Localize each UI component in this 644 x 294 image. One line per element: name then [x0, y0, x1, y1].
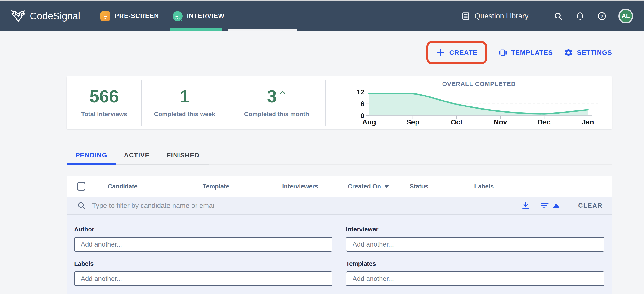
stat-label: Total Interviews: [81, 110, 128, 118]
svg-text:12: 12: [357, 88, 364, 96]
pre-screen-icon: [100, 11, 110, 21]
filter-search-row: CLEAR: [66, 197, 612, 215]
column-status[interactable]: Status: [410, 183, 474, 190]
tab-pending[interactable]: PENDING: [66, 146, 116, 165]
stats-card: 566 Total Interviews 1 Completed this we…: [66, 76, 612, 129]
logo-text: CodeSignal: [30, 11, 80, 22]
stat-completed-week: 1 Completed this week: [142, 76, 227, 129]
overall-completed-chart: OVERALL COMPLETED 0612AugSepOctNovDecJan: [346, 76, 612, 129]
filter-field-author: Author: [74, 226, 332, 252]
settings-label: SETTINGS: [577, 49, 612, 56]
candidate-filter-input[interactable]: [92, 202, 521, 210]
tabs-track-segment: [116, 164, 209, 165]
navbar-right: Question Library ? AL: [461, 9, 633, 24]
stat-value: 1: [180, 88, 190, 105]
trend-up-icon: [279, 89, 286, 96]
create-button[interactable]: CREATE: [436, 48, 477, 57]
stat-total-interviews: 566 Total Interviews: [66, 76, 142, 129]
filter-field-interviewer: Interviewer: [346, 226, 604, 252]
field-label: Interviewer: [346, 226, 604, 233]
active-tab-underline: [170, 29, 222, 31]
stat-label: Completed this month: [244, 110, 309, 118]
area-chart: 0612AugSepOctNovDecJan: [346, 76, 612, 129]
svg-text:Aug: Aug: [362, 118, 376, 126]
column-labels[interactable]: Labels: [474, 183, 612, 190]
select-all-checkbox[interactable]: [77, 182, 86, 191]
templates-label: TEMPLATES: [511, 49, 553, 56]
question-library-icon: [461, 11, 470, 21]
search-icon: [554, 11, 563, 21]
question-library-button[interactable]: Question Library: [461, 11, 528, 21]
actions-row: CREATE TEMPLATES SETTINGS: [66, 40, 612, 65]
list-tabs: PENDING ACTIVE FINISHED: [66, 146, 612, 165]
navbar-divider: [542, 11, 542, 22]
search-button[interactable]: [553, 11, 564, 21]
download-button[interactable]: [521, 201, 530, 210]
stat-label: Completed this week: [154, 110, 215, 118]
labels-filter-input[interactable]: [74, 271, 332, 286]
filter-field-templates: Templates: [346, 260, 604, 286]
tab-active[interactable]: ACTIVE: [116, 146, 158, 165]
select-all-cell: [66, 182, 108, 191]
svg-text:Dec: Dec: [538, 118, 551, 126]
settings-button[interactable]: SETTINGS: [564, 48, 612, 57]
interviewer-filter-input[interactable]: [346, 237, 604, 252]
templates-icon: [498, 48, 508, 57]
logo[interactable]: CodeSignal: [11, 10, 80, 23]
svg-text:Sep: Sep: [406, 118, 419, 126]
search-icon: [77, 201, 86, 210]
author-filter-input[interactable]: [74, 237, 332, 252]
column-candidate[interactable]: Candidate: [108, 183, 203, 190]
page: CodeSignal PRE-SCREEN INTERVIEW: [0, 0, 644, 294]
stat-completed-month: 3 Completed this month: [227, 76, 326, 129]
filter-fields-grid: Author Interviewer Labels Templates: [74, 226, 604, 286]
help-icon: ?: [597, 11, 606, 21]
bell-icon: [575, 11, 585, 21]
help-button[interactable]: ?: [597, 11, 607, 21]
interview-icon: [172, 11, 182, 21]
sort-ascending-icon: [552, 203, 560, 208]
nav-item-label: INTERVIEW: [187, 12, 224, 20]
stat-value: 3: [267, 88, 286, 105]
field-label: Templates: [346, 260, 604, 267]
sort-caret-down-icon: [384, 185, 389, 188]
avatar[interactable]: AL: [618, 9, 633, 24]
tab-finished[interactable]: FINISHED: [158, 146, 209, 165]
codesignal-logo-icon: [11, 10, 26, 23]
templates-filter-input[interactable]: [346, 271, 604, 286]
clear-filters-button[interactable]: CLEAR: [578, 202, 602, 209]
product-nav: PRE-SCREEN INTERVIEW: [100, 1, 238, 31]
svg-text:Nov: Nov: [494, 118, 507, 126]
svg-text:Oct: Oct: [451, 118, 463, 126]
filter-field-labels: Labels: [74, 260, 332, 286]
column-interviewers[interactable]: Interviewers: [282, 183, 348, 190]
column-created-on[interactable]: Created On: [348, 183, 410, 190]
notifications-button[interactable]: [575, 11, 585, 21]
filter-lines-icon: [540, 201, 549, 210]
tab-underline-ghost: [228, 29, 297, 31]
nav-item-interview[interactable]: INTERVIEW: [172, 1, 224, 31]
nav-item-label: PRE-SCREEN: [114, 12, 159, 20]
download-icon: [521, 201, 530, 210]
plus-icon: [436, 48, 445, 57]
create-label: CREATE: [449, 49, 477, 56]
svg-text:6: 6: [360, 100, 364, 108]
field-label: Author: [74, 226, 332, 233]
field-label: Labels: [74, 260, 332, 267]
svg-text:?: ?: [600, 14, 603, 19]
create-annotation-highlight: CREATE: [426, 41, 487, 64]
templates-button[interactable]: TEMPLATES: [498, 48, 553, 57]
column-template[interactable]: Template: [203, 183, 282, 190]
table-header: Candidate Template Interviewers Created …: [66, 176, 612, 197]
stat-value: 566: [90, 88, 118, 105]
active-tab-indicator: [66, 163, 116, 165]
filter-panel: Author Interviewer Labels Templates: [66, 215, 612, 294]
navbar: CodeSignal PRE-SCREEN INTERVIEW: [0, 1, 644, 31]
svg-text:Jan: Jan: [582, 118, 594, 126]
sort-filter-button[interactable]: [540, 201, 560, 210]
nav-item-pre-screen[interactable]: PRE-SCREEN: [100, 1, 159, 31]
gear-icon: [564, 48, 573, 57]
question-library-label: Question Library: [475, 12, 528, 20]
